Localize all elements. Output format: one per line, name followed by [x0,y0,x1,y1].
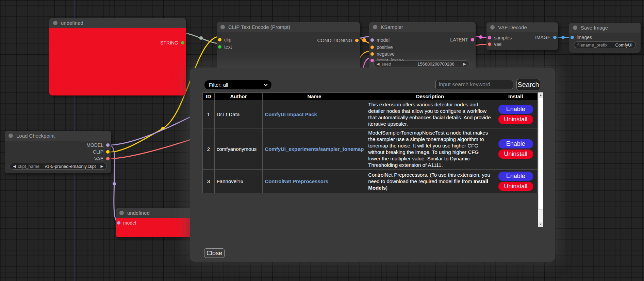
row-author: Fannovel16 [214,170,263,193]
row-id: 1 [203,100,215,128]
node-title: undefined [127,210,150,216]
node-load-checkpoint[interactable]: Load Checkpoint MODEL CLIP VAE ◀ ckpt_na… [5,131,111,173]
output-slot-vae[interactable] [106,157,110,160]
output-label: VAE [94,156,103,161]
input-label: vae [494,41,502,47]
search-button[interactable]: Search [516,79,540,90]
input-slot-vae[interactable] [488,42,491,46]
node-title: Save Image [581,25,608,31]
node-body-error: model [116,218,193,237]
node-title: undefined [61,20,83,26]
output-label: CONDITIONING [317,38,352,43]
scrollbar-thumb[interactable] [538,98,543,210]
node-body: clip text CONDITIONING [217,32,360,73]
filter-select[interactable]: Filter: all [204,80,271,89]
input-label: clip [224,37,231,42]
scrollbar[interactable]: ▲ ▼ [538,92,543,227]
input-label: positive [377,45,393,50]
node-clip-text-encode[interactable]: CLIP Text Encode (Prompt) clip text COND… [217,22,360,73]
output-slot-clip[interactable] [106,150,110,154]
row-install: Enable Uninstall [494,100,538,128]
node-status-icon [573,25,577,30]
enable-button[interactable]: Enable [498,105,533,114]
extension-link[interactable]: ControlNet Preprocessors [265,178,328,184]
node-status-icon [53,21,57,25]
decrement-arrow-icon[interactable]: ◀ [13,164,16,169]
input-slot-images[interactable] [571,36,574,39]
output-slot-model[interactable] [106,143,110,147]
output-label: IMAGE [535,35,550,40]
filename-prefix-widget[interactable]: filename_prefix ComfyUI [574,41,636,48]
node-status-icon [119,211,124,215]
node-title: Load Checkpoint [16,133,55,139]
input-label: model [123,220,136,226]
node-status-icon [9,134,13,138]
node-title: VAE Decode [498,24,527,30]
output-label: STRING [160,40,178,46]
ckpt-name-widget[interactable]: ◀ ckpt_name v1-5-pruned-emaonly.ckpt ▶ [10,163,107,170]
node-save-image[interactable]: Save Image images filename_prefix ComfyU… [569,23,641,53]
output-slot-image[interactable] [553,36,557,39]
input-slot-text[interactable] [218,45,221,49]
table-row: 1 Dr.Lt.Data ComfyUI Impact Pack This ex… [203,100,538,128]
node-header[interactable]: Load Checkpoint [5,131,111,141]
enable-button[interactable]: Enable [498,139,533,148]
node-header[interactable]: undefined [116,208,193,218]
node-header[interactable]: Save Image [569,23,641,33]
wire-dot [561,36,565,39]
input-slot-positive[interactable] [370,46,374,49]
input-slot-clip[interactable] [218,38,221,41]
row-id: 2 [203,128,215,170]
node-title: CLIP Text Encode (Prompt) [228,24,290,30]
node-undefined-top[interactable]: undefined STRING [49,18,186,95]
output-slot-conditioning[interactable] [355,39,359,42]
node-vae-decode[interactable]: VAE Decode samples vae IMAGE [486,22,558,50]
node-ksampler[interactable]: KSampler model positive negative latent_… [369,22,476,73]
node-header[interactable]: KSampler [369,22,476,32]
row-description: ModelSamplerTonemapNoiseTest a node that… [366,128,494,170]
extension-link[interactable]: ComfyUI_experiments/sampler_tonemap [265,146,364,152]
seed-widget[interactable]: ◀ seed 156680208700286 ▶ [373,60,469,67]
uninstall-button[interactable]: Uninstall [498,182,533,191]
wire-dot [479,35,482,39]
node-body-error: STRING [49,28,186,95]
widget-value: 156680208700286 [417,62,454,67]
search-input[interactable] [435,80,513,89]
input-slot-model[interactable] [370,38,374,42]
input-slot-negative[interactable] [370,52,374,56]
col-header-author: Author [214,93,263,100]
output-label: CLIP [93,149,103,155]
node-canvas[interactable]: undefined STRING CLIP Text Encode (Promp… [0,0,644,281]
input-label: samples [494,35,512,40]
node-header[interactable]: VAE Decode [486,22,558,32]
node-body: MODEL CLIP VAE ◀ ckpt_name v1-5-pruned-e… [5,141,111,173]
scroll-down-icon[interactable]: ▼ [538,222,543,227]
row-id: 3 [203,170,215,193]
node-header[interactable]: CLIP Text Encode (Prompt) [217,22,360,32]
increment-arrow-icon[interactable]: ▶ [101,164,103,169]
manager-dialog: Filter: all Search ID Author Name Descri… [190,68,555,262]
uninstall-button[interactable]: Uninstall [498,115,533,124]
uninstall-button[interactable]: Uninstall [498,150,533,159]
input-slot-latent-image[interactable] [370,59,374,62]
col-header-description: Description [366,93,494,100]
input-slot-model[interactable] [117,221,120,225]
extension-link[interactable]: ComfyUI Impact Pack [265,111,317,117]
output-slot-latent[interactable] [471,38,474,41]
increment-arrow-icon[interactable]: ▶ [463,62,466,66]
output-slot-string[interactable] [181,41,184,45]
decrement-arrow-icon[interactable]: ◀ [377,62,379,66]
input-slot-samples[interactable] [488,36,491,39]
scroll-up-icon[interactable]: ▲ [538,92,543,98]
input-label: images [577,35,592,40]
wire-dot [362,38,366,42]
input-label: model [377,37,390,43]
node-undefined-bottom[interactable]: undefined model [116,208,193,237]
table-row: 3 Fannovel16 ControlNet Preprocessors Co… [203,170,538,193]
node-header[interactable]: undefined [49,18,186,28]
extension-table-body: 1 Dr.Lt.Data ComfyUI Impact Pack This ex… [203,100,538,193]
output-label: MODEL [86,142,103,148]
enable-button[interactable]: Enable [498,172,533,181]
close-button[interactable]: Close [204,248,225,258]
node-status-icon [220,25,225,29]
